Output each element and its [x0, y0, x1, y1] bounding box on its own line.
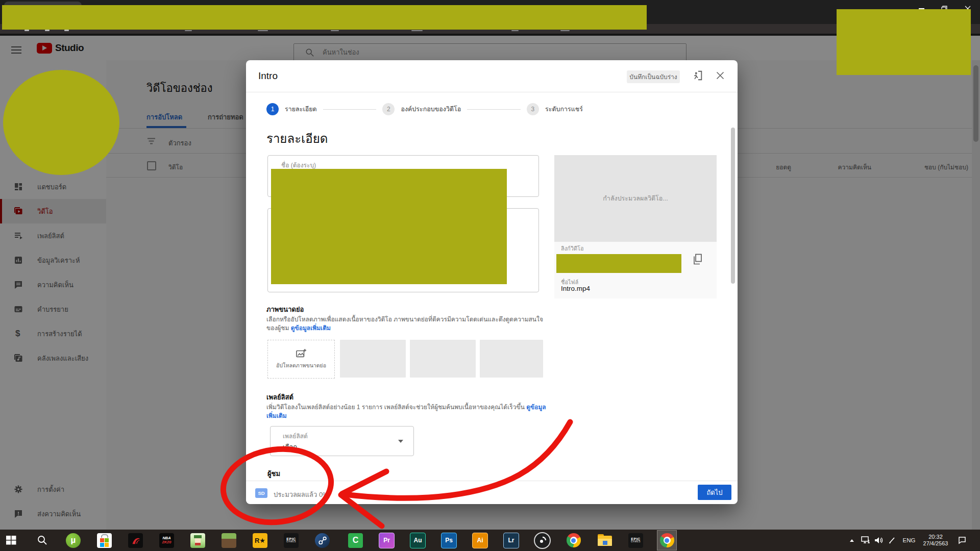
- taskbar-icon-chrome-active[interactable]: [657, 530, 677, 550]
- playlist-select[interactable]: เพลย์ลิสต์ เลือก: [270, 426, 414, 456]
- taskbar-search-button[interactable]: [32, 530, 52, 550]
- close-icon: [716, 71, 724, 80]
- step-1-circle: 1: [266, 103, 279, 115]
- tray-pen-button[interactable]: [887, 530, 898, 551]
- step-2-label: องค์ประกอบของวิดีโอ: [401, 104, 461, 114]
- file-name: Intro.mp4: [561, 285, 590, 292]
- taskbar-icon-audition[interactable]: Au: [408, 530, 428, 550]
- chevron-down-icon: [398, 440, 403, 443]
- camtasia-icon: C: [348, 533, 363, 548]
- tray-network-button[interactable]: [860, 530, 872, 551]
- taskbar: µ NBA 2K20: [0, 530, 980, 551]
- taskbar-icon-camtasia[interactable]: C: [346, 530, 365, 550]
- garena-icon: [128, 533, 143, 548]
- mini-world-icon: [190, 533, 205, 548]
- thumbnail-option-1[interactable]: [340, 340, 406, 378]
- nba-2k20-icon: NBA 2K20: [159, 533, 174, 548]
- chevron-up-icon: [849, 539, 854, 542]
- taskbar-icon-file-explorer[interactable]: [595, 530, 615, 550]
- windows-icon: [5, 534, 17, 546]
- upload-thumbnail-button[interactable]: อัปโหลดภาพขนาดย่อ: [267, 340, 335, 379]
- step-3-label: ระดับการแชร์: [545, 104, 583, 114]
- tray-volume-button[interactable]: [873, 530, 885, 551]
- notification-icon: [958, 536, 966, 544]
- lightroom-icon: Lr: [503, 533, 519, 548]
- chrome-icon: [660, 533, 674, 547]
- next-button[interactable]: ถัดไป: [698, 485, 731, 500]
- obs-icon: [534, 532, 551, 549]
- dialog-stepper: 1 รายละเอียด 2 องค์ประกอบของวิดีโอ 3 ระด…: [266, 103, 583, 115]
- taskbar-icon-illustrator[interactable]: Ai: [470, 530, 490, 550]
- thumbnail-description: เลือกหรืออัปโหลดภาพเพื่อแสดงเนื้อหาของวิ…: [266, 315, 546, 333]
- taskbar-icon-lightroom[interactable]: Lr: [501, 530, 521, 550]
- taskbar-icon-microsoft-store[interactable]: [94, 530, 114, 550]
- folder-icon: [598, 534, 612, 546]
- taskbar-icon-premiere[interactable]: Pr: [377, 530, 397, 550]
- taskbar-icon-utorrent[interactable]: µ: [63, 530, 83, 550]
- redaction-title-description: [271, 169, 507, 284]
- tray-show-hidden-button[interactable]: [846, 530, 857, 551]
- tray-date: 27/4/2563: [923, 540, 948, 547]
- audition-icon: Au: [410, 533, 426, 548]
- taskbar-icon-garena[interactable]: [126, 530, 145, 550]
- thumbnail-option-3[interactable]: [480, 340, 543, 378]
- playlist-select-label: เพลย์ลิสต์: [283, 431, 308, 441]
- taskbar-icon-mini-world[interactable]: [188, 530, 208, 550]
- chrome-icon: [567, 533, 581, 547]
- taskbar-icon-obs[interactable]: [532, 530, 552, 550]
- active-app-highlight: [657, 530, 677, 550]
- search-icon: [37, 535, 48, 546]
- tray-language[interactable]: ENG: [901, 530, 917, 551]
- volume-icon: [874, 536, 884, 544]
- redaction-video-link: [556, 254, 681, 273]
- video-preview: กำลังประมวลผลวิดีโอ...: [554, 155, 717, 242]
- taskbar-icon-minecraft[interactable]: [219, 530, 239, 550]
- thumbnail-heading: ภาพขนาดย่อ: [266, 304, 304, 315]
- playlist-description: เพิ่มวิดีโอลงในเพลย์ลิสต์อย่างน้อย 1 ราย…: [266, 403, 546, 420]
- rockstar-icon: R★: [253, 533, 267, 548]
- thumbnail-more-link[interactable]: ดูข้อมูลเพิ่มเติม: [291, 324, 331, 332]
- taskbar-icon-nba2k20[interactable]: NBA 2K20: [157, 530, 177, 550]
- upload-thumbnail-icon: [296, 348, 307, 359]
- details-heading: รายละเอียด: [266, 129, 328, 148]
- thumbnail-option-2[interactable]: [410, 340, 476, 378]
- close-dialog-button[interactable]: [714, 69, 727, 82]
- premiere-pro-icon: Pr: [379, 533, 395, 548]
- epic-games-icon: EPIC GAMES: [628, 533, 643, 548]
- microsoft-store-icon: [97, 533, 112, 548]
- video-link-label: ลิงก์วิดีโอ: [561, 244, 584, 253]
- utorrent-icon: µ: [66, 533, 81, 548]
- playlist-heading: เพลย์ลิสต์: [266, 392, 293, 403]
- copy-link-button[interactable]: [692, 254, 702, 265]
- taskbar-icon-epic-games[interactable]: EPIC GAMES: [281, 530, 301, 550]
- minecraft-icon: [222, 533, 236, 548]
- taskbar-icon-photoshop[interactable]: Ps: [439, 530, 459, 550]
- save-draft-button[interactable]: บันทึกเป็นฉบับร่าง: [627, 70, 680, 83]
- tray-clock[interactable]: 20:32 27/4/2563: [920, 530, 951, 551]
- step-1-label: รายละเอียด: [285, 104, 317, 114]
- tray-action-center-button[interactable]: [955, 530, 969, 551]
- sd-quality-badge: SD: [255, 488, 267, 498]
- exit-editor-icon: [692, 70, 703, 81]
- step-3-circle: 3: [527, 103, 539, 115]
- redaction-browser-bar: [2, 5, 647, 30]
- redaction-top-right: [837, 9, 971, 75]
- processing-progress: ประมวลผลแล้ว 0%: [274, 489, 329, 500]
- taskbar-icon-chrome[interactable]: [564, 530, 583, 550]
- tray-time: 20:32: [923, 534, 948, 540]
- dialog-title: Intro: [258, 70, 278, 82]
- audience-heading: ผู้ชม: [267, 468, 280, 479]
- epic-games-icon: EPIC GAMES: [284, 533, 299, 548]
- redaction-channel-avatar: [3, 70, 119, 175]
- dialog-scrollbar[interactable]: [731, 128, 735, 284]
- video-panel: กำลังประมวลผลวิดีโอ... ลิงก์วิดีโอ ชื่อไ…: [554, 155, 717, 298]
- exit-editor-button[interactable]: [691, 69, 704, 82]
- start-button[interactable]: [1, 530, 21, 550]
- dialog-footer: SD ประมวลผลแล้ว 0% ถัดไป: [246, 481, 738, 504]
- taskbar-icon-steam[interactable]: [312, 530, 332, 550]
- pen-icon: [888, 536, 896, 544]
- taskbar-icon-rockstar[interactable]: R★: [250, 530, 270, 550]
- taskbar-icon-epic-games-2[interactable]: EPIC GAMES: [626, 530, 646, 550]
- processing-status: กำลังประมวลผลวิดีโอ...: [603, 193, 668, 204]
- illustrator-icon: Ai: [472, 533, 488, 548]
